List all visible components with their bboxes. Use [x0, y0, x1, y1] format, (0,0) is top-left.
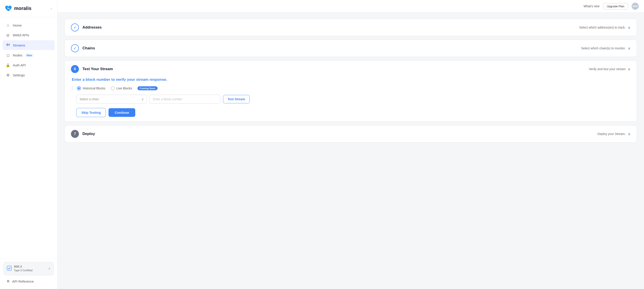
- svg-rect-3: [9, 44, 10, 46]
- addresses-card-header: ✓ Addresses Select which address(es) to …: [71, 24, 630, 32]
- chains-title: Chains: [82, 46, 95, 51]
- chain-select-dropdown[interactable]: Select a chain ∨: [76, 95, 147, 104]
- deploy-card-header: 7 Deploy Deploy your Stream. ∨: [71, 130, 630, 138]
- test-stream-chevron-icon[interactable]: ∧: [628, 67, 630, 71]
- soc2-icon: [7, 266, 12, 272]
- logo: moralis: [4, 5, 32, 13]
- sidebar-item-streams-label: Streams: [13, 43, 25, 47]
- test-stream-subtitle: Enter a block number to verify your stre…: [72, 78, 630, 82]
- brand-name: moralis: [14, 6, 32, 11]
- sidebar-footer: SOC 2 Type II Certified ↗ ⚙ API Referenc…: [0, 258, 57, 289]
- sidebar-logo: moralis ‹: [0, 0, 57, 17]
- svg-rect-0: [6, 44, 7, 46]
- nodes-new-badge: New: [25, 54, 34, 57]
- soc2-arrow-icon: ↗: [48, 267, 50, 270]
- test-stream-body: Enter a block number to verify your stre…: [71, 78, 630, 117]
- topbar: What's new Upgrade Plan DAV: [58, 0, 644, 13]
- deploy-description: Deploy your Stream.: [597, 132, 626, 136]
- main-content: What's new Upgrade Plan DAV ✓ Addresses …: [58, 0, 644, 289]
- test-stream-step-icon: 6: [71, 65, 79, 73]
- addresses-check-icon: ✓: [71, 24, 79, 32]
- chains-card: ✓ Chains Select which chain(s) to monito…: [64, 40, 637, 57]
- streams-icon: [6, 43, 10, 47]
- chains-card-header: ✓ Chains Select which chain(s) to monito…: [71, 44, 630, 52]
- test-stream-card: 6 Test Your Stream Verify and test your …: [64, 60, 637, 122]
- deploy-title: Deploy: [82, 132, 95, 136]
- sidebar-item-settings-label: Settings: [13, 73, 25, 77]
- deploy-chevron-icon[interactable]: ∨: [628, 132, 630, 136]
- sidebar-item-nodes[interactable]: ◻ Nodes New: [3, 51, 54, 60]
- block-number-input[interactable]: [150, 95, 220, 104]
- block-type-radio-row: Historical Blocks Live Blocks Coming Soo…: [72, 86, 630, 90]
- chains-header-right: Select which chain(s) to monitor. ∨: [581, 46, 630, 51]
- settings-icon: ⚙: [6, 73, 10, 77]
- test-stream-title: Test Your Stream: [82, 67, 113, 71]
- sidebar-item-settings[interactable]: ⚙ Settings: [3, 70, 54, 80]
- historical-blocks-option[interactable]: Historical Blocks: [77, 86, 106, 90]
- sidebar-item-nodes-label: Nodes: [13, 53, 22, 57]
- sidebar-item-streams[interactable]: Streams: [3, 40, 54, 50]
- sidebar: moralis ‹ ⌂ Home ◎ Web3 APIs Streams ◻ N…: [0, 0, 58, 289]
- action-row: Skip Testing Continue: [72, 108, 630, 117]
- soc2-title: SOC 2: [14, 265, 32, 269]
- authapi-icon: 🔒: [6, 63, 10, 67]
- apiref-icon: ⚙: [7, 279, 10, 283]
- addresses-title: Addresses: [82, 25, 102, 30]
- soc2-text: SOC 2 Type II Certified: [14, 265, 32, 272]
- addresses-description: Select which address(es) to track.: [579, 26, 626, 29]
- sidebar-item-web3apis[interactable]: ◎ Web3 APIs: [3, 30, 54, 40]
- svg-rect-1: [7, 43, 8, 46]
- web3apis-icon: ◎: [6, 33, 10, 37]
- skip-testing-button[interactable]: Skip Testing: [76, 108, 106, 117]
- soc2-badge[interactable]: SOC 2 Type II Certified ↗: [4, 262, 54, 275]
- sidebar-item-web3apis-label: Web3 APIs: [13, 33, 29, 37]
- addresses-card: ✓ Addresses Select which address(es) to …: [64, 19, 637, 36]
- avatar: DAV: [632, 3, 639, 10]
- sidebar-item-home[interactable]: ⌂ Home: [3, 21, 54, 30]
- sidebar-item-apiref-label: API Reference: [12, 279, 34, 283]
- chain-select-placeholder: Select a chain: [80, 97, 99, 101]
- test-stream-description: Verify and test your stream: [589, 67, 626, 71]
- home-icon: ⌂: [6, 23, 10, 27]
- test-stream-header-right: Verify and test your stream ∧: [589, 67, 630, 71]
- coming-soon-badge: Coming Soon: [138, 86, 158, 90]
- sidebar-item-authapi-label: Auth API: [13, 63, 26, 67]
- live-blocks-label: Live Blocks: [116, 87, 132, 90]
- deploy-header-right: Deploy your Stream. ∨: [597, 132, 630, 136]
- sidebar-collapse-button[interactable]: ‹: [50, 5, 53, 12]
- addresses-chevron-icon[interactable]: ∨: [628, 26, 630, 30]
- sidebar-item-home-label: Home: [13, 24, 22, 27]
- chains-check-icon: ✓: [71, 44, 79, 52]
- upgrade-plan-button[interactable]: Upgrade Plan: [603, 3, 628, 10]
- block-input-row: Select a chain ∨ Test Stream: [72, 95, 630, 104]
- chains-chevron-icon[interactable]: ∨: [628, 46, 630, 51]
- test-stream-card-header: 6 Test Your Stream Verify and test your …: [71, 65, 630, 73]
- sidebar-item-authapi[interactable]: 🔒 Auth API: [3, 60, 54, 70]
- whats-new-button[interactable]: What's new: [584, 5, 600, 8]
- addresses-header-right: Select which address(es) to track. ∨: [579, 26, 630, 30]
- live-blocks-radio[interactable]: [111, 86, 115, 90]
- nodes-icon: ◻: [6, 53, 10, 57]
- soc2-subtitle: Type II Certified: [14, 269, 32, 272]
- svg-rect-4: [7, 266, 12, 270]
- content-area: ✓ Addresses Select which address(es) to …: [58, 13, 644, 289]
- svg-rect-2: [8, 44, 8, 45]
- sidebar-item-apiref[interactable]: ⚙ API Reference: [4, 277, 54, 285]
- continue-button[interactable]: Continue: [108, 108, 135, 117]
- live-blocks-option[interactable]: Live Blocks: [111, 86, 132, 90]
- sidebar-nav: ⌂ Home ◎ Web3 APIs Streams ◻ Nodes New 🔒…: [0, 17, 57, 258]
- chains-description: Select which chain(s) to monitor.: [581, 47, 626, 50]
- test-stream-button[interactable]: Test Stream: [223, 95, 250, 103]
- chain-select-chevron-icon: ∨: [142, 97, 144, 101]
- historical-blocks-radio[interactable]: [77, 86, 81, 90]
- historical-blocks-label: Historical Blocks: [83, 87, 106, 90]
- deploy-step-icon: 7: [71, 130, 79, 138]
- deploy-card: 7 Deploy Deploy your Stream. ∨: [64, 125, 637, 143]
